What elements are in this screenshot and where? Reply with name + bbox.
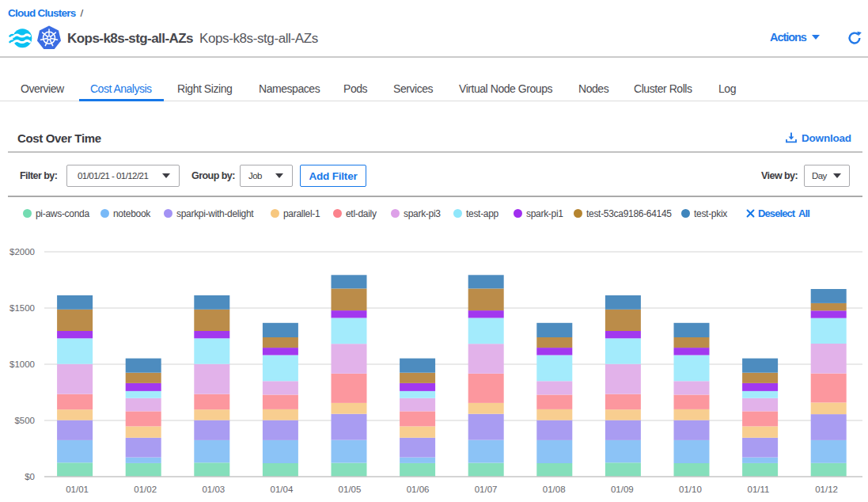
svg-text:01/04: 01/04	[271, 485, 294, 494]
svg-text:$500: $500	[14, 416, 35, 425]
svg-text:01/07: 01/07	[475, 485, 498, 494]
svg-text:01/10: 01/10	[679, 485, 702, 494]
svg-text:01/12: 01/12	[815, 485, 838, 494]
svg-text:$0: $0	[25, 472, 35, 481]
svg-text:$1500: $1500	[9, 303, 35, 313]
svg-text:01/06: 01/06	[407, 485, 430, 494]
svg-text:$2000: $2000	[9, 247, 35, 257]
svg-text:01/01: 01/01	[66, 485, 89, 494]
svg-text:$1000: $1000	[9, 359, 35, 369]
svg-text:01/09: 01/09	[611, 485, 634, 494]
svg-text:01/02: 01/02	[134, 485, 157, 494]
svg-text:01/05: 01/05	[339, 485, 362, 494]
svg-text:01/11: 01/11	[748, 485, 770, 494]
svg-text:01/08: 01/08	[543, 485, 566, 494]
svg-text:01/03: 01/03	[202, 485, 225, 494]
